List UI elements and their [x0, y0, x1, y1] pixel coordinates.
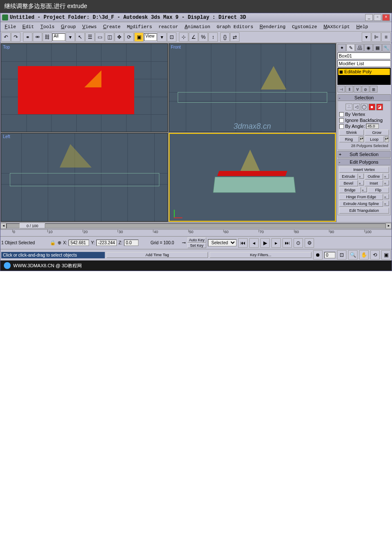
menu-tools[interactable]: Tools — [38, 23, 57, 30]
select-button[interactable]: ↖ — [75, 32, 85, 42]
key-mode-dropdown[interactable]: Selected — [208, 239, 236, 246]
stack-item-editable-poly[interactable]: ◼ Editable Poly — [338, 69, 390, 75]
snap-button[interactable]: ⊹ — [179, 32, 188, 42]
remove-mod-icon[interactable]: ⊘ — [362, 86, 369, 92]
setkey-button[interactable]: Set Key — [187, 243, 207, 248]
align-button[interactable]: ⊫ — [372, 32, 381, 42]
flip-button[interactable]: Flip — [368, 187, 389, 193]
link-button[interactable]: ⚭ — [23, 32, 32, 42]
edit-tri-button[interactable]: Edit Triangulation — [339, 208, 389, 214]
bridge-button[interactable]: Bridge — [339, 187, 361, 193]
menu-help[interactable]: Help — [354, 23, 371, 30]
select-name-button[interactable]: ☰ — [85, 32, 95, 42]
menu-group[interactable]: Group — [58, 23, 78, 30]
menu-maxscript[interactable]: MAXScript — [321, 23, 352, 30]
display-tab[interactable]: ▦ — [373, 44, 382, 52]
dropdown-icon[interactable]: ▾ — [362, 32, 371, 42]
viewport-left[interactable]: Left — [1, 133, 168, 222]
zoom-extents-icon[interactable]: ⊡ — [337, 250, 346, 260]
named-sets-button[interactable]: {} — [220, 32, 230, 42]
x-input[interactable] — [69, 240, 89, 246]
time-config-icon[interactable]: ⚙ — [305, 238, 314, 248]
dropdown-icon[interactable]: ▾ — [157, 32, 167, 42]
menu-modifiers[interactable]: Modifiers — [124, 23, 155, 30]
select-region-button[interactable]: ▭ — [95, 32, 104, 42]
bind-button[interactable]: ⛓ — [43, 32, 52, 42]
soft-selection-rollout-header[interactable]: +Soft Selection — [337, 151, 391, 158]
abs-transform-icon[interactable]: ⊕ — [58, 240, 61, 246]
add-time-tag-button[interactable]: Add Time Tag — [107, 252, 208, 258]
loop-button[interactable]: Loop — [365, 136, 384, 142]
pan-icon[interactable]: ✋ — [359, 250, 369, 260]
time-next-icon[interactable]: ▸ — [386, 223, 392, 229]
by-angle-checkbox[interactable] — [339, 124, 344, 129]
selection-filter[interactable]: All — [52, 33, 65, 41]
modifier-list-dropdown[interactable]: Modifier List — [337, 60, 391, 67]
menu-file[interactable]: File — [2, 23, 19, 30]
bridge-settings-icon[interactable]: ▫ — [362, 187, 367, 192]
border-subobj-icon[interactable]: ◯ — [361, 104, 368, 110]
object-name-field[interactable] — [337, 52, 391, 59]
outline-button[interactable]: Outline — [365, 173, 383, 179]
extrude-spline-settings-icon[interactable]: ▫ — [384, 201, 389, 206]
scale-button[interactable]: ▣ — [134, 32, 144, 42]
move-button[interactable]: ✥ — [115, 32, 124, 42]
modify-tab[interactable]: ✎ — [346, 44, 355, 52]
create-tab[interactable]: ✦ — [337, 44, 346, 52]
by-angle-input[interactable] — [366, 124, 379, 129]
next-frame-icon[interactable]: ▸ — [271, 238, 281, 248]
z-input[interactable] — [124, 240, 138, 246]
time-slider-thumb[interactable]: 0 / 100 — [20, 223, 45, 228]
viewport-perspective[interactable] — [169, 133, 336, 222]
extrude-settings-icon[interactable]: ▫ — [359, 173, 364, 179]
y-input[interactable] — [96, 240, 117, 246]
current-frame-input[interactable] — [324, 252, 335, 258]
menu-rendering[interactable]: Rendering — [257, 23, 288, 30]
time-ruler[interactable]: 0 10 20 30 40 50 60 70 80 90 100 — [0, 229, 392, 236]
utilities-tab[interactable]: 🔧 — [382, 44, 391, 52]
inset-settings-icon[interactable]: ▫ — [384, 180, 389, 185]
angle-snap-button[interactable]: ∠ — [189, 32, 198, 42]
min-max-icon[interactable]: ▣ — [381, 250, 391, 260]
selection-rollout-header[interactable]: -Selection — [337, 94, 391, 101]
menu-reactor[interactable]: reactor — [156, 23, 181, 30]
edge-subobj-icon[interactable]: ◁ — [353, 104, 360, 110]
loop-spinner[interactable]: ▴▾ — [385, 136, 389, 142]
configure-icon[interactable]: ⊞ — [370, 86, 378, 92]
viewport-front[interactable]: Front 3dmax8.cn — [169, 43, 336, 132]
percent-snap-button[interactable]: % — [199, 32, 208, 42]
ring-button[interactable]: Ring — [339, 136, 359, 142]
undo-button[interactable]: ↶ — [1, 32, 11, 42]
lock-icon[interactable]: 🔒 — [50, 240, 56, 246]
goto-start-icon[interactable]: ⏮ — [238, 238, 248, 248]
rotate-button[interactable]: ⟳ — [124, 32, 134, 42]
layers-button[interactable]: ≡ — [381, 32, 391, 42]
ring-spinner[interactable]: ▴▾ — [360, 136, 364, 142]
bevel-button[interactable]: Bevel — [339, 180, 358, 186]
grow-button[interactable]: Grow — [365, 130, 389, 136]
redo-button[interactable]: ↷ — [11, 32, 20, 42]
hierarchy-tab[interactable]: 品 — [355, 44, 364, 52]
ref-coord-system[interactable]: View — [144, 33, 157, 41]
mirror-button[interactable]: ⇄ — [230, 32, 239, 42]
ignore-backfacing-checkbox[interactable] — [339, 118, 344, 123]
modifier-stack[interactable]: ◼ Editable Poly — [337, 68, 391, 85]
zoom-icon[interactable]: 🔍 — [348, 250, 357, 260]
menu-grapheditors[interactable]: Graph Editors — [214, 23, 256, 30]
key-icon[interactable]: ⊸ — [182, 240, 186, 246]
menu-views[interactable]: Views — [80, 23, 99, 30]
by-vertex-checkbox[interactable] — [339, 112, 344, 117]
window-crossing-button[interactable]: ◫ — [105, 32, 114, 42]
viewport-top[interactable]: Top — [1, 43, 168, 132]
goto-end-icon[interactable]: ⏭ — [282, 238, 292, 248]
bevel-settings-icon[interactable]: ▫ — [359, 180, 364, 185]
arc-rotate-icon[interactable]: ⟲ — [370, 250, 380, 260]
minimize-button[interactable]: _ — [365, 14, 373, 21]
outline-settings-icon[interactable]: ▫ — [384, 173, 389, 179]
prev-frame-icon[interactable]: ◂ — [249, 238, 259, 248]
play-icon[interactable]: ▶ — [260, 238, 270, 248]
unlink-button[interactable]: ⚮ — [33, 32, 42, 42]
extrude-button[interactable]: Extrude — [339, 173, 358, 179]
edit-polygons-rollout-header[interactable]: -Edit Polygons — [337, 159, 391, 165]
polygon-subobj-icon[interactable]: ■ — [369, 104, 375, 110]
